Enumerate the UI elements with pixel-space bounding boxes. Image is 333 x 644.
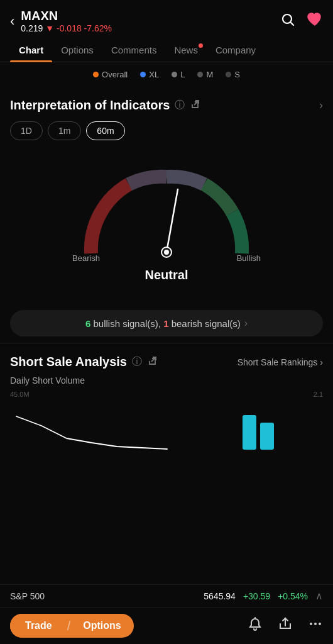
svg-point-12 [319,623,321,625]
tab-options[interactable]: Options [52,38,102,62]
signal-mid: bullish signal(s), [93,318,163,329]
chart-area: 45.0M 2.1 [10,391,323,447]
filter-m[interactable]: M [197,70,213,79]
svg-rect-8 [260,423,274,450]
tab-company[interactable]: Company [207,38,265,62]
price-change-pct: -7.62% [84,23,112,33]
options-button[interactable]: Options [70,614,133,638]
nav-tabs: Chart Options Comments News Company [0,38,333,62]
svg-point-11 [314,623,317,625]
indicators-title-group: Interpretation of Indicators ⓘ [10,98,200,113]
sp500-values: 5645.94 +30.59 +0.54% ∧ [204,590,323,602]
divider: / [67,619,71,633]
tab-news[interactable]: News [165,38,207,62]
sp500-change-pct: +0.54% [278,591,308,601]
chart-svg [10,401,323,457]
header-right [280,12,323,31]
gauge-wrap [72,159,261,260]
indicators-share-icon[interactable] [190,99,200,112]
tab-chart[interactable]: Chart [10,38,52,62]
rankings-chevron-icon: › [320,357,323,367]
back-button[interactable]: ‹ [10,14,14,28]
trade-button[interactable]: Trade [10,614,67,638]
svg-point-5 [164,250,169,255]
action-icons [248,616,323,635]
more-options-icon[interactable] [308,616,323,635]
news-badge [199,43,203,48]
action-row: Trade / Options [0,608,333,644]
search-icon[interactable] [280,12,295,31]
price-value: 0.219 [21,23,43,33]
sp500-chevron-icon[interactable]: ∧ [315,590,323,602]
indicators-title: Interpretation of Indicators [10,98,170,113]
ssa-title-group: Short Sale Analysis ⓘ [10,355,157,369]
sp500-change: +30.59 [243,591,270,601]
signal-end: bearish signal(s) [172,318,241,329]
svg-rect-7 [243,415,256,450]
time-btn-1d[interactable]: 1D [10,121,43,140]
ssa-rankings-link[interactable]: Short Sale Rankings › [237,357,323,367]
filter-overall[interactable]: Overall [93,70,128,79]
ssa-header: Short Sale Analysis ⓘ Short Sale Ranking… [10,355,323,369]
gauge-container: Bearish Bullish Neutral [10,153,323,295]
ticker-info: MAXN 0.219 ▼ -0.018 -7.62% [21,9,112,33]
bottom-bar: S&P 500 5645.94 +30.59 +0.54% ∧ Trade / … [0,584,333,644]
header: ‹ MAXN 0.219 ▼ -0.018 -7.62% [0,0,333,38]
price-direction-icon: ▼ [45,23,57,33]
share-action-icon[interactable] [278,616,293,635]
gauge-status: Neutral [145,268,188,282]
header-left: ‹ MAXN 0.219 ▼ -0.018 -7.62% [10,9,112,33]
sp500-label: S&P 500 [10,591,45,601]
svg-point-10 [310,623,312,625]
ssa-sub-label: Daily Short Volume [10,375,323,386]
indicators-info-icon[interactable]: ⓘ [175,99,185,112]
short-sale-section: Short Sale Analysis ⓘ Short Sale Ranking… [0,343,333,453]
rankings-label: Short Sale Rankings [237,357,318,367]
sp500-row: S&P 500 5645.94 +30.59 +0.54% ∧ [0,585,333,608]
filter-s[interactable]: S [226,70,240,79]
size-filters: Overall XL L M S [0,62,333,87]
bell-icon[interactable] [248,616,263,635]
svg-line-1 [291,22,294,25]
sp500-value: 5645.94 [204,591,236,601]
gauge-svg [72,159,261,260]
signal-row[interactable]: 6 bullish signal(s), 1 bearish signal(s)… [10,310,323,336]
chart-y-label-right: 2.1 [314,391,323,398]
indicators-section: Interpretation of Indicators ⓘ › 1D 1m 6… [0,87,333,301]
xl-dot [140,72,146,77]
time-btn-1m[interactable]: 1m [48,121,81,140]
price-change: -0.018 [57,23,82,33]
svg-line-3 [166,189,178,252]
ssa-title: Short Sale Analysis [10,355,127,369]
heart-icon[interactable] [307,12,323,31]
time-buttons: 1D 1m 60m [10,121,323,140]
bearish-count: 1 [163,318,168,329]
overall-dot [93,72,99,77]
indicators-header: Interpretation of Indicators ⓘ › [10,98,323,113]
ticker-symbol: MAXN [21,9,112,23]
filter-xl[interactable]: XL [140,70,159,79]
l-dot [172,72,177,77]
ticker-price: 0.219 ▼ -0.018 -7.62% [21,23,112,33]
s-dot [226,72,231,77]
signal-chevron-icon: › [244,318,248,329]
filter-l[interactable]: L [172,70,185,79]
ssa-share-icon[interactable] [147,356,157,369]
time-btn-60m[interactable]: 60m [86,121,124,140]
m-dot [197,72,203,77]
chart-y-label-left: 45.0M [10,391,30,398]
bullish-count: 6 [85,318,90,329]
ssa-info-icon[interactable]: ⓘ [132,355,142,369]
signal-text: 6 bullish signal(s), 1 bearish signal(s) [85,318,241,329]
tab-comments[interactable]: Comments [102,38,166,62]
indicators-chevron-icon[interactable]: › [319,99,323,112]
trade-options-group: Trade / Options [10,614,134,638]
